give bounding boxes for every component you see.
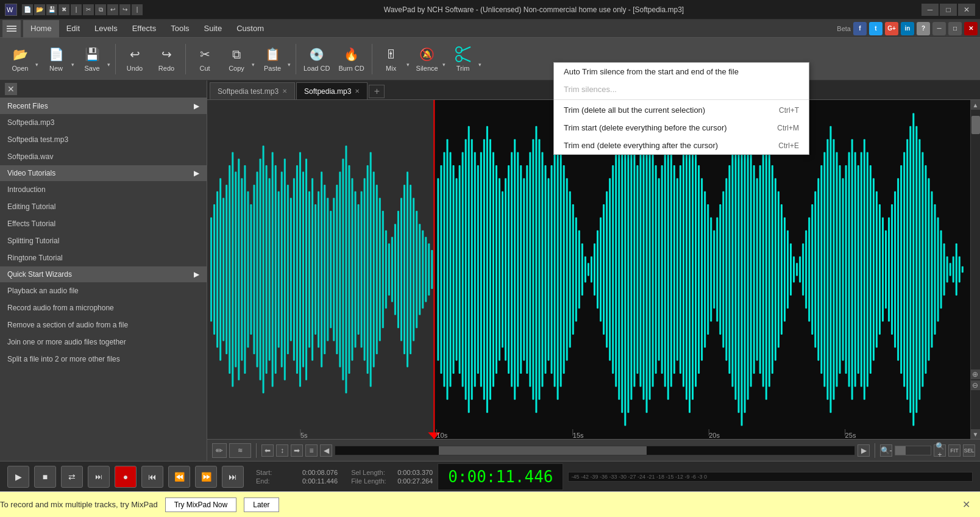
open-icon[interactable]: 📂: [34, 4, 45, 15]
save-btn-group[interactable]: 💾 Save ▾: [77, 41, 112, 77]
menu-tools[interactable]: Tools: [163, 20, 196, 37]
close-file-icon[interactable]: ✖: [59, 4, 69, 15]
facebook-icon[interactable]: f: [853, 22, 867, 35]
silence-button[interactable]: 🔕 Silence: [412, 41, 442, 77]
open-arrow[interactable]: ▾: [34, 41, 40, 77]
zoom-slider[interactable]: [895, 446, 931, 455]
notification-close-button[interactable]: ✕: [962, 499, 970, 510]
copy-small-icon[interactable]: ⧉: [95, 4, 106, 15]
sidebar-item-split[interactable]: Split a file into 2 or more other files: [0, 351, 207, 368]
sidebar-item[interactable]: Softpedia.mp3: [0, 114, 207, 131]
save-button[interactable]: 💾 Save: [77, 41, 107, 77]
copy-button[interactable]: ⧉ Copy: [221, 41, 252, 77]
zoom-out-button[interactable]: ⊖: [970, 380, 980, 390]
new-arrow[interactable]: ▾: [70, 41, 76, 77]
play-button[interactable]: ▶: [7, 466, 29, 488]
tab-softpedia[interactable]: Softpedia.mp3 ✕: [296, 82, 367, 99]
video-tutorials-header[interactable]: Video Tutorials ▶: [0, 165, 207, 181]
redo-small-icon[interactable]: ↪: [119, 4, 130, 15]
minimize-button[interactable]: ─: [921, 4, 939, 16]
google-plus-icon[interactable]: G+: [885, 22, 898, 35]
silence-btn-group[interactable]: 🔕 Silence ▾: [412, 41, 447, 77]
burn-cd-button[interactable]: 🔥 Burn CD: [335, 41, 367, 77]
menu-tool[interactable]: ≡: [305, 444, 318, 457]
linkedin-icon[interactable]: in: [901, 22, 914, 35]
zoom-fit[interactable]: FIT: [948, 444, 960, 457]
silence-arrow[interactable]: ▾: [441, 41, 447, 77]
copy-btn-group[interactable]: ⧉ Copy ▾: [221, 41, 256, 77]
undo-button[interactable]: ↩ Undo: [119, 41, 150, 77]
prev-button[interactable]: ⏮: [141, 466, 163, 488]
help-icon[interactable]: ?: [917, 22, 930, 35]
rewind-button[interactable]: ⏪: [168, 466, 190, 488]
menu-effects[interactable]: Effects: [125, 20, 164, 37]
sidebar-item-playback[interactable]: Playback an audio file: [0, 282, 207, 299]
scroll-left[interactable]: ◀: [320, 444, 332, 457]
window-max-icon[interactable]: □: [948, 22, 962, 35]
paste-arrow[interactable]: ▾: [286, 41, 292, 77]
copy-arrow[interactable]: ▾: [250, 41, 256, 77]
sidebar-item-effects-tutorial[interactable]: Effects Tutorial: [0, 215, 207, 232]
zoom-out-h[interactable]: 🔍-: [880, 444, 892, 457]
loop-button[interactable]: ⇄: [61, 466, 83, 488]
new-doc-icon[interactable]: 📄: [22, 4, 33, 15]
mix-button[interactable]: 🎚 Mix: [376, 41, 407, 77]
recent-files-header[interactable]: Recent Files ▶: [0, 98, 207, 114]
new-button[interactable]: 📄 New: [41, 41, 71, 77]
maximize-button[interactable]: □: [940, 4, 957, 16]
zoom-in-h[interactable]: 🔍+: [934, 444, 946, 457]
scroll-thumb[interactable]: [971, 116, 980, 134]
window-controls[interactable]: ─ □ ✕: [921, 4, 975, 16]
add-tab-button[interactable]: +: [369, 85, 385, 98]
zoom-select[interactable]: SEL: [963, 444, 975, 457]
menu-home[interactable]: Home: [23, 20, 59, 37]
align-center-tool[interactable]: ↕: [276, 444, 288, 457]
load-cd-button[interactable]: 💿 Load CD: [300, 41, 333, 77]
dropdown-item-trim-silences[interactable]: Trim silences...: [554, 80, 809, 98]
trim-btn-group[interactable]: Trim ▾: [448, 41, 483, 77]
forward-button[interactable]: ⏩: [195, 466, 217, 488]
sidebar-item-editing-tutorial[interactable]: Editing Tutorial: [0, 198, 207, 215]
close-tab-0[interactable]: ✕: [282, 88, 287, 94]
trim-button[interactable]: Trim: [448, 41, 478, 77]
paste-btn-group[interactable]: 📋 Paste ▾: [257, 41, 292, 77]
dropdown-item-auto-trim[interactable]: Auto Trim silence from the start and end…: [554, 63, 809, 80]
save-icon-small[interactable]: 💾: [46, 4, 57, 15]
horizontal-scrollbar[interactable]: [335, 446, 855, 455]
menu-suite[interactable]: Suite: [197, 20, 230, 37]
tab-softpedia-test[interactable]: Softpedia test.mp3 ✕: [210, 82, 295, 99]
sidebar-item-ringtone-tutorial[interactable]: Ringtone Tutorial: [0, 249, 207, 266]
hamburger-menu[interactable]: [2, 20, 21, 37]
quick-start-header[interactable]: Quick Start Wizards ▶: [0, 266, 207, 282]
stop-button[interactable]: ■: [34, 466, 56, 488]
sidebar-collapse-button[interactable]: ✕: [5, 83, 17, 95]
zoom-in-button[interactable]: ⊕: [970, 369, 980, 379]
scroll-down-button[interactable]: ▼: [971, 429, 981, 439]
later-button[interactable]: Later: [244, 497, 279, 512]
sidebar-item-record[interactable]: Record audio from a microphone: [0, 299, 207, 316]
open-btn-group[interactable]: 📂 Open ▾: [5, 41, 40, 77]
align-right-tool[interactable]: ➡: [291, 444, 303, 457]
save-arrow[interactable]: ▾: [106, 41, 112, 77]
next-button[interactable]: ⏭: [222, 466, 244, 488]
align-left-tool[interactable]: ⬅: [261, 444, 274, 457]
menu-custom[interactable]: Custom: [229, 20, 271, 37]
close-tab-1[interactable]: ✕: [355, 88, 360, 94]
quick-icons[interactable]: 📄 📂 💾 ✖ | ✂ ⧉ ↩ ↪ |: [22, 4, 143, 15]
window-close-icon[interactable]: ✕: [964, 22, 978, 35]
try-mixpad-button[interactable]: Try MixPad Now: [165, 497, 237, 512]
scroll-right[interactable]: ▶: [857, 444, 870, 457]
goto-end-button[interactable]: ⏭: [88, 466, 110, 488]
trim-arrow[interactable]: ▾: [477, 41, 483, 77]
right-scrollbar[interactable]: ▲ ▼ ⊕ ⊖: [970, 100, 980, 439]
sidebar-item-splitting-tutorial[interactable]: Splitting Tutorial: [0, 232, 207, 249]
mix-arrow[interactable]: ▾: [405, 41, 411, 77]
paste-button[interactable]: 📋 Paste: [257, 41, 288, 77]
close-button[interactable]: ✕: [958, 4, 975, 16]
twitter-icon[interactable]: t: [869, 22, 882, 35]
dropdown-item-trim-selection[interactable]: Trim (delete all but the current selecti…: [554, 101, 809, 119]
redo-button[interactable]: ↪ Redo: [151, 41, 182, 77]
mix-btn-group[interactable]: 🎚 Mix ▾: [376, 41, 411, 77]
menu-levels[interactable]: Levels: [87, 20, 125, 37]
undo-small-icon[interactable]: ↩: [107, 4, 118, 15]
